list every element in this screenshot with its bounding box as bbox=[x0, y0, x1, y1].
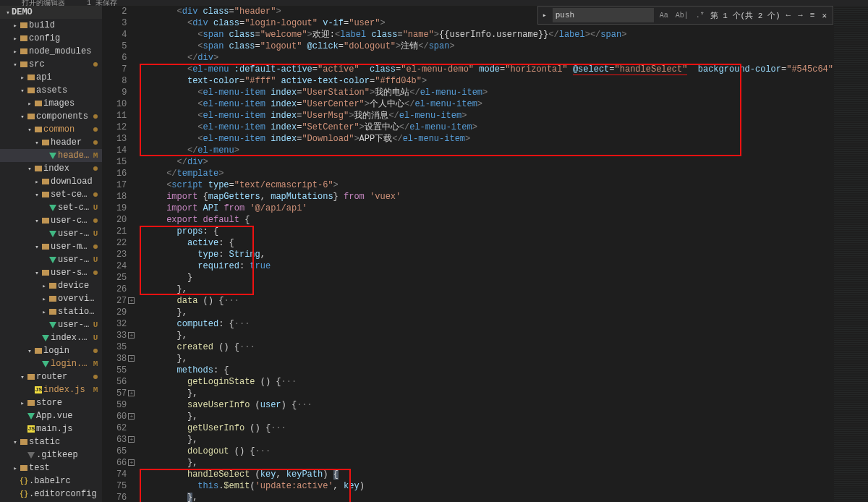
chevron-right-icon: ▸ bbox=[41, 295, 48, 303]
explorer-item[interactable]: ▾static bbox=[0, 435, 102, 448]
fold-icon[interactable]: + bbox=[128, 459, 135, 466]
minimap[interactable] bbox=[833, 6, 868, 502]
match-word-toggle[interactable]: Ab| bbox=[674, 12, 690, 20]
explorer-item[interactable]: ▾components bbox=[0, 110, 102, 123]
file-label: set-center bbox=[51, 190, 90, 200]
explorer-item[interactable]: user-center.vueU bbox=[0, 227, 102, 240]
folder-icon bbox=[19, 48, 29, 54]
explorer-item[interactable]: ▸download bbox=[0, 175, 102, 188]
chevron-down-icon: ▾ bbox=[26, 126, 33, 134]
fold-icon[interactable]: + bbox=[128, 332, 135, 339]
explorer-item[interactable]: header.vueM bbox=[0, 149, 102, 162]
explorer-item[interactable]: ▾login bbox=[0, 344, 102, 357]
prev-match-icon[interactable]: ← bbox=[785, 11, 793, 20]
project-root[interactable]: DEMO bbox=[12, 7, 98, 17]
explorer-item[interactable]: .gitkeep bbox=[0, 448, 102, 461]
explorer-item[interactable]: {}.editorconfig bbox=[0, 488, 102, 501]
explorer-item[interactable]: ▾index bbox=[0, 162, 102, 175]
find-in-selection-icon[interactable]: ≡ bbox=[809, 11, 817, 20]
file-explorer[interactable]: ▾ DEMO ▸build▸config▸node_modules▾src▸ap… bbox=[0, 6, 102, 502]
fold-icon[interactable]: + bbox=[128, 413, 135, 420]
file-label: .editorconfig bbox=[29, 489, 98, 499]
git-status: M bbox=[93, 386, 98, 394]
chevron-down-icon: ▾ bbox=[26, 347, 33, 355]
explorer-item[interactable]: ▾set-center bbox=[0, 188, 102, 201]
titlebar: 打开的编辑器 1 未保存 bbox=[0, 0, 868, 6]
explorer-item[interactable]: JSmain.js bbox=[0, 422, 102, 435]
explorer-item[interactable]: ▸station-info bbox=[0, 305, 102, 318]
explorer-item[interactable]: ▸store bbox=[0, 396, 102, 409]
explorer-item[interactable]: ▸node_modules bbox=[0, 45, 102, 58]
explorer-item[interactable]: login.vueM bbox=[0, 357, 102, 370]
folder-icon bbox=[33, 101, 43, 106]
file-label: login.vue bbox=[51, 359, 90, 369]
chevron-down-icon: ▾ bbox=[26, 165, 33, 173]
git-status: M bbox=[93, 360, 98, 368]
file-label: node_modules bbox=[29, 46, 98, 56]
git-status: U bbox=[93, 255, 98, 264]
explorer-item[interactable]: ▾common bbox=[0, 123, 102, 136]
file-label: login bbox=[43, 346, 90, 356]
fold-icon[interactable]: + bbox=[128, 390, 135, 396]
close-icon[interactable]: ✕ bbox=[820, 11, 828, 20]
git-dot bbox=[93, 271, 98, 275]
folder-icon bbox=[33, 127, 43, 132]
git-dot bbox=[93, 192, 98, 197]
folder-icon bbox=[26, 400, 36, 406]
folder-icon bbox=[41, 140, 51, 145]
chevron-down-icon: ▾ bbox=[33, 243, 41, 251]
explorer-item[interactable]: ▸build bbox=[0, 19, 102, 32]
file-label: store bbox=[36, 398, 98, 408]
git-dot bbox=[93, 114, 98, 119]
explorer-item[interactable]: user-msg.vueU bbox=[0, 253, 102, 266]
git-dot bbox=[93, 349, 98, 353]
next-match-icon[interactable]: → bbox=[796, 11, 804, 20]
fold-icon[interactable]: + bbox=[128, 355, 135, 362]
explorer-item[interactable]: ▾header bbox=[0, 136, 102, 149]
explorer-item[interactable]: ▸config bbox=[0, 32, 102, 45]
explorer-item[interactable]: ▾src bbox=[0, 58, 102, 71]
explorer-item[interactable]: ▾router bbox=[0, 370, 102, 383]
file-label: .babelrc bbox=[29, 476, 98, 486]
chevron-right-icon: ▸ bbox=[41, 282, 48, 290]
chevron-right-icon[interactable]: ▸ bbox=[542, 11, 547, 20]
chevron-down-icon: ▾ bbox=[4, 9, 12, 17]
explorer-item[interactable]: ▸api bbox=[0, 71, 102, 84]
file-label: index.js bbox=[43, 385, 90, 395]
explorer-item[interactable]: ▸test bbox=[0, 461, 102, 475]
explorer-item[interactable]: ▾user-station bbox=[0, 266, 102, 279]
folder-icon bbox=[48, 309, 58, 315]
file-label: api bbox=[36, 72, 98, 82]
explorer-item[interactable]: user-station.vueU bbox=[0, 318, 102, 331]
explorer-item[interactable]: ▸device bbox=[0, 279, 102, 292]
explorer-item[interactable]: App.vue bbox=[0, 409, 102, 422]
folder-icon bbox=[48, 283, 58, 289]
find-widget[interactable]: ▸ Aa Ab| .* 第 1 个(共 2 个) ← → ≡ ✕ bbox=[537, 6, 833, 25]
explorer-item[interactable]: index.vueU bbox=[0, 331, 102, 344]
explorer-item[interactable]: set-center.vueU bbox=[0, 201, 102, 214]
folder-icon bbox=[26, 75, 36, 80]
folder-icon bbox=[19, 61, 29, 67]
folder-icon bbox=[33, 348, 43, 354]
explorer-item[interactable]: ▾assets bbox=[0, 84, 102, 97]
file-label: set-center.vue bbox=[58, 203, 90, 213]
explorer-item[interactable]: ▾user-center bbox=[0, 214, 102, 227]
code-area[interactable]: <div class="header"> <div class="login-l… bbox=[137, 6, 833, 502]
explorer-item[interactable]: ▾user-msg bbox=[0, 240, 102, 253]
find-count: 第 1 个(共 2 个) bbox=[710, 10, 780, 21]
folder-icon bbox=[19, 465, 29, 471]
chevron-right-icon: ▸ bbox=[12, 464, 19, 472]
explorer-item[interactable]: JSindex.jsM bbox=[0, 383, 102, 396]
explorer-item[interactable]: ▸images bbox=[0, 97, 102, 110]
chevron-down-icon: ▾ bbox=[19, 373, 26, 381]
regex-toggle[interactable]: .* bbox=[694, 12, 706, 20]
fold-icon[interactable]: + bbox=[128, 436, 135, 443]
fold-icon[interactable]: + bbox=[128, 297, 135, 304]
find-input[interactable] bbox=[553, 8, 654, 22]
folder-icon bbox=[26, 114, 36, 119]
match-case-toggle[interactable]: Aa bbox=[658, 12, 670, 20]
explorer-item[interactable]: ▸overview bbox=[0, 292, 102, 305]
folder-icon bbox=[48, 296, 58, 302]
editor[interactable]: 2345678910111213141516171819202122232425… bbox=[102, 6, 868, 502]
explorer-item[interactable]: {}.babelrc bbox=[0, 475, 102, 488]
